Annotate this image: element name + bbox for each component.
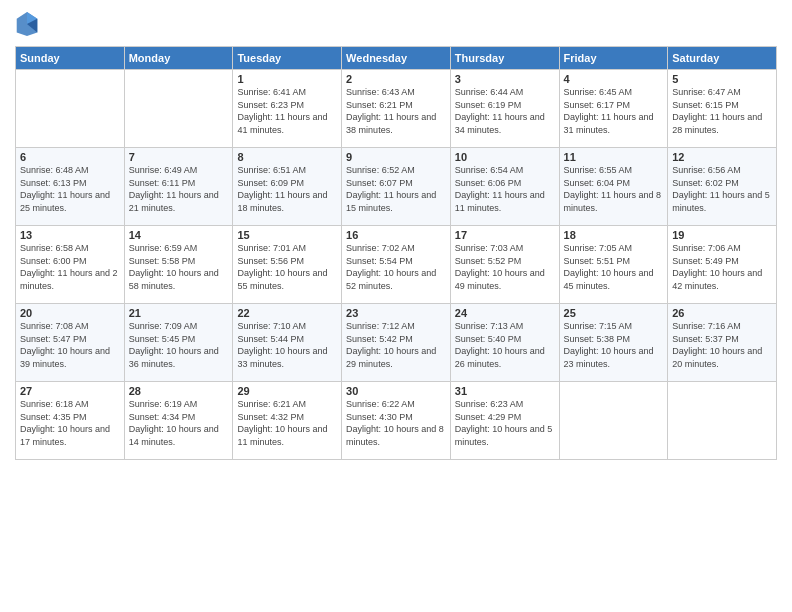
day-number: 29: [237, 385, 337, 397]
day-number: 7: [129, 151, 229, 163]
day-info: Sunrise: 7:05 AM Sunset: 5:51 PM Dayligh…: [564, 242, 664, 292]
day-info: Sunrise: 6:48 AM Sunset: 6:13 PM Dayligh…: [20, 164, 120, 214]
day-info: Sunrise: 6:23 AM Sunset: 4:29 PM Dayligh…: [455, 398, 555, 448]
calendar-cell: 20Sunrise: 7:08 AM Sunset: 5:47 PM Dayli…: [16, 304, 125, 382]
weekday-header-thursday: Thursday: [450, 47, 559, 70]
day-number: 9: [346, 151, 446, 163]
calendar-cell: 28Sunrise: 6:19 AM Sunset: 4:34 PM Dayli…: [124, 382, 233, 460]
week-row-3: 13Sunrise: 6:58 AM Sunset: 6:00 PM Dayli…: [16, 226, 777, 304]
calendar-cell: 9Sunrise: 6:52 AM Sunset: 6:07 PM Daylig…: [342, 148, 451, 226]
calendar-cell: 30Sunrise: 6:22 AM Sunset: 4:30 PM Dayli…: [342, 382, 451, 460]
day-number: 8: [237, 151, 337, 163]
calendar-cell: 1Sunrise: 6:41 AM Sunset: 6:23 PM Daylig…: [233, 70, 342, 148]
calendar-cell: 3Sunrise: 6:44 AM Sunset: 6:19 PM Daylig…: [450, 70, 559, 148]
day-number: 31: [455, 385, 555, 397]
day-number: 19: [672, 229, 772, 241]
calendar-cell: 12Sunrise: 6:56 AM Sunset: 6:02 PM Dayli…: [668, 148, 777, 226]
calendar-table: SundayMondayTuesdayWednesdayThursdayFrid…: [15, 46, 777, 460]
day-number: 18: [564, 229, 664, 241]
day-info: Sunrise: 7:06 AM Sunset: 5:49 PM Dayligh…: [672, 242, 772, 292]
day-info: Sunrise: 6:44 AM Sunset: 6:19 PM Dayligh…: [455, 86, 555, 136]
calendar-cell: 14Sunrise: 6:59 AM Sunset: 5:58 PM Dayli…: [124, 226, 233, 304]
day-info: Sunrise: 6:58 AM Sunset: 6:00 PM Dayligh…: [20, 242, 120, 292]
day-number: 10: [455, 151, 555, 163]
day-number: 4: [564, 73, 664, 85]
day-info: Sunrise: 7:12 AM Sunset: 5:42 PM Dayligh…: [346, 320, 446, 370]
day-number: 22: [237, 307, 337, 319]
week-row-4: 20Sunrise: 7:08 AM Sunset: 5:47 PM Dayli…: [16, 304, 777, 382]
day-number: 5: [672, 73, 772, 85]
day-info: Sunrise: 6:19 AM Sunset: 4:34 PM Dayligh…: [129, 398, 229, 448]
day-number: 11: [564, 151, 664, 163]
day-info: Sunrise: 6:41 AM Sunset: 6:23 PM Dayligh…: [237, 86, 337, 136]
day-info: Sunrise: 7:16 AM Sunset: 5:37 PM Dayligh…: [672, 320, 772, 370]
day-info: Sunrise: 6:43 AM Sunset: 6:21 PM Dayligh…: [346, 86, 446, 136]
day-info: Sunrise: 6:55 AM Sunset: 6:04 PM Dayligh…: [564, 164, 664, 214]
calendar-cell: 4Sunrise: 6:45 AM Sunset: 6:17 PM Daylig…: [559, 70, 668, 148]
calendar-cell: [559, 382, 668, 460]
week-row-2: 6Sunrise: 6:48 AM Sunset: 6:13 PM Daylig…: [16, 148, 777, 226]
page: SundayMondayTuesdayWednesdayThursdayFrid…: [0, 0, 792, 612]
day-info: Sunrise: 7:15 AM Sunset: 5:38 PM Dayligh…: [564, 320, 664, 370]
day-info: Sunrise: 6:47 AM Sunset: 6:15 PM Dayligh…: [672, 86, 772, 136]
calendar-cell: 24Sunrise: 7:13 AM Sunset: 5:40 PM Dayli…: [450, 304, 559, 382]
weekday-header-tuesday: Tuesday: [233, 47, 342, 70]
day-number: 20: [20, 307, 120, 319]
calendar-cell: 31Sunrise: 6:23 AM Sunset: 4:29 PM Dayli…: [450, 382, 559, 460]
day-info: Sunrise: 6:21 AM Sunset: 4:32 PM Dayligh…: [237, 398, 337, 448]
day-info: Sunrise: 7:02 AM Sunset: 5:54 PM Dayligh…: [346, 242, 446, 292]
day-number: 30: [346, 385, 446, 397]
day-number: 1: [237, 73, 337, 85]
calendar-cell: 2Sunrise: 6:43 AM Sunset: 6:21 PM Daylig…: [342, 70, 451, 148]
calendar-cell: 27Sunrise: 6:18 AM Sunset: 4:35 PM Dayli…: [16, 382, 125, 460]
day-number: 16: [346, 229, 446, 241]
day-number: 3: [455, 73, 555, 85]
day-info: Sunrise: 6:22 AM Sunset: 4:30 PM Dayligh…: [346, 398, 446, 448]
calendar-cell: 22Sunrise: 7:10 AM Sunset: 5:44 PM Dayli…: [233, 304, 342, 382]
day-number: 25: [564, 307, 664, 319]
day-info: Sunrise: 7:13 AM Sunset: 5:40 PM Dayligh…: [455, 320, 555, 370]
day-info: Sunrise: 6:52 AM Sunset: 6:07 PM Dayligh…: [346, 164, 446, 214]
day-info: Sunrise: 6:45 AM Sunset: 6:17 PM Dayligh…: [564, 86, 664, 136]
day-number: 26: [672, 307, 772, 319]
day-info: Sunrise: 6:51 AM Sunset: 6:09 PM Dayligh…: [237, 164, 337, 214]
week-row-5: 27Sunrise: 6:18 AM Sunset: 4:35 PM Dayli…: [16, 382, 777, 460]
calendar-cell: 16Sunrise: 7:02 AM Sunset: 5:54 PM Dayli…: [342, 226, 451, 304]
calendar-cell: 5Sunrise: 6:47 AM Sunset: 6:15 PM Daylig…: [668, 70, 777, 148]
logo: [15, 10, 43, 38]
weekday-header-friday: Friday: [559, 47, 668, 70]
calendar-cell: 29Sunrise: 6:21 AM Sunset: 4:32 PM Dayli…: [233, 382, 342, 460]
calendar-cell: 7Sunrise: 6:49 AM Sunset: 6:11 PM Daylig…: [124, 148, 233, 226]
day-number: 21: [129, 307, 229, 319]
day-number: 24: [455, 307, 555, 319]
weekday-header-monday: Monday: [124, 47, 233, 70]
logo-icon: [15, 10, 39, 38]
day-info: Sunrise: 6:54 AM Sunset: 6:06 PM Dayligh…: [455, 164, 555, 214]
weekday-header-row: SundayMondayTuesdayWednesdayThursdayFrid…: [16, 47, 777, 70]
calendar-cell: 25Sunrise: 7:15 AM Sunset: 5:38 PM Dayli…: [559, 304, 668, 382]
calendar-cell: 6Sunrise: 6:48 AM Sunset: 6:13 PM Daylig…: [16, 148, 125, 226]
day-number: 13: [20, 229, 120, 241]
day-number: 12: [672, 151, 772, 163]
day-number: 27: [20, 385, 120, 397]
day-info: Sunrise: 7:03 AM Sunset: 5:52 PM Dayligh…: [455, 242, 555, 292]
day-number: 15: [237, 229, 337, 241]
day-info: Sunrise: 7:01 AM Sunset: 5:56 PM Dayligh…: [237, 242, 337, 292]
calendar-cell: 11Sunrise: 6:55 AM Sunset: 6:04 PM Dayli…: [559, 148, 668, 226]
day-info: Sunrise: 6:18 AM Sunset: 4:35 PM Dayligh…: [20, 398, 120, 448]
day-number: 6: [20, 151, 120, 163]
day-number: 2: [346, 73, 446, 85]
day-info: Sunrise: 7:08 AM Sunset: 5:47 PM Dayligh…: [20, 320, 120, 370]
day-number: 14: [129, 229, 229, 241]
calendar-cell: [668, 382, 777, 460]
calendar-cell: 8Sunrise: 6:51 AM Sunset: 6:09 PM Daylig…: [233, 148, 342, 226]
day-info: Sunrise: 6:49 AM Sunset: 6:11 PM Dayligh…: [129, 164, 229, 214]
calendar-cell: 15Sunrise: 7:01 AM Sunset: 5:56 PM Dayli…: [233, 226, 342, 304]
calendar-cell: 13Sunrise: 6:58 AM Sunset: 6:00 PM Dayli…: [16, 226, 125, 304]
calendar-cell: 21Sunrise: 7:09 AM Sunset: 5:45 PM Dayli…: [124, 304, 233, 382]
day-number: 17: [455, 229, 555, 241]
day-number: 28: [129, 385, 229, 397]
day-info: Sunrise: 7:10 AM Sunset: 5:44 PM Dayligh…: [237, 320, 337, 370]
weekday-header-wednesday: Wednesday: [342, 47, 451, 70]
calendar-cell: 23Sunrise: 7:12 AM Sunset: 5:42 PM Dayli…: [342, 304, 451, 382]
